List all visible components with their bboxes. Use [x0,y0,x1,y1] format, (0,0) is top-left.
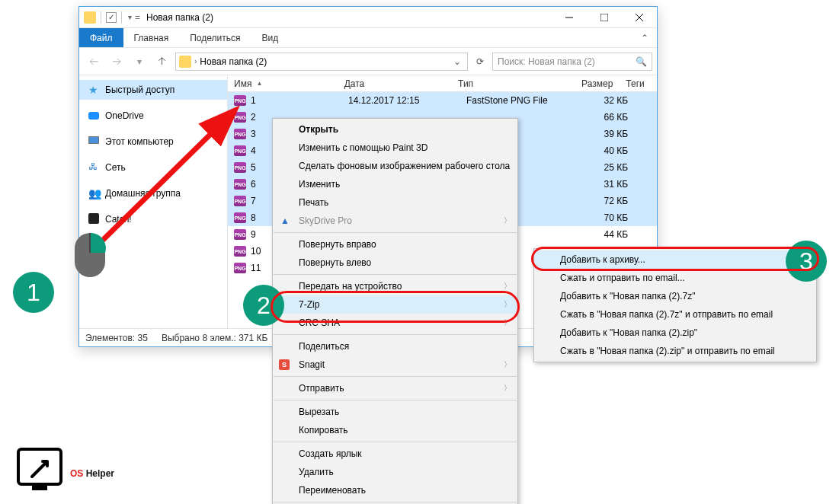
search-input[interactable]: Поиск: Новая папка (2) 🔍 [492,53,652,71]
recent-button[interactable]: ▾ [130,52,149,72]
ctx-print[interactable]: Печать [273,193,517,212]
file-name: 3 [251,129,256,139]
ctx-copy[interactable]: Копировать [273,421,517,439]
tab-main[interactable]: Главная [123,28,180,47]
file-size: 66 КБ [575,112,634,123]
refresh-button[interactable]: ⟳ [471,53,489,71]
ctx-share[interactable]: Поделиться [273,337,517,356]
ctx-paint3d[interactable]: Изменить с помощью Paint 3D [273,139,517,157]
search-icon: 🔍 [636,56,647,67]
sidebar-item-label: Этот компьютер [105,136,174,147]
ctx-edit[interactable]: Изменить [273,175,517,193]
sidebar-item-this-pc[interactable]: Этот компьютер [79,132,227,152]
sidebar-item-homegroup[interactable]: 👥Домашняя группа [79,183,227,203]
ctx-cut[interactable]: Вырезать [273,403,517,421]
annotation-badge-1: 1 [13,272,54,313]
sub-compress-7z-email[interactable]: Сжать в "Новая папка (2).7z" и отправить… [534,305,816,324]
ctx-7zip[interactable]: 7-Zip〉 [273,295,517,314]
ctx-crcsha[interactable]: CRC SHA〉 [273,314,517,332]
png-icon: PNG [234,229,246,240]
chevron-right-icon: › [194,57,197,65]
png-icon: PNG [234,196,246,206]
column-type[interactable]: Тип [452,78,562,89]
folder-icon [179,56,191,68]
qat-properties-icon[interactable]: ✓ [106,12,117,23]
up-button[interactable]: 🡡 [152,52,172,72]
maximize-button[interactable] [587,7,622,28]
sub-compress-email[interactable]: Сжать и отправить по email... [534,269,816,287]
column-size[interactable]: Размер [562,78,620,89]
file-date: 14.12.2017 12:15 [342,95,460,106]
chevron-right-icon: 〉 [504,299,511,310]
ctx-rotate-right[interactable]: Повернуть вправо [273,235,517,254]
qat-dropdown-icon[interactable]: ▾ [128,13,132,21]
forward-button[interactable]: 🡢 [107,52,126,72]
ribbon: Файл Главная Поделиться Вид ⌃ [79,28,657,48]
window-title: Новая папка (2) [146,12,213,23]
catch-icon [88,213,101,225]
file-type: FastStone PNG File [460,95,575,106]
sidebar-item-onedrive[interactable]: OneDrive [79,106,227,126]
ribbon-collapse-icon[interactable]: ⌃ [632,28,657,47]
column-headers: Имя▲ Дата Тип Размер Теги [228,75,657,92]
ctx-rename[interactable]: Переименовать [273,481,517,499]
address-bar[interactable]: › Новая папка (2) ⌄ [175,53,468,71]
chevron-right-icon: 〉 [504,215,511,226]
file-size: 32 КБ [575,95,634,106]
status-elements: Элементов: 35 [85,333,148,343]
chevron-right-icon: 〉 [504,359,511,370]
column-tags[interactable]: Теги [620,78,657,89]
sidebar-item-quick-access[interactable]: ★Быстрый доступ [79,80,227,100]
sort-up-icon: ▲ [256,80,262,87]
png-icon: PNG [234,129,246,139]
column-date[interactable]: Дата [338,78,452,89]
onedrive-icon [88,110,101,122]
ctx-cast-to[interactable]: Передать на устройство〉 [273,277,517,295]
png-icon: PNG [234,145,246,156]
ctx-shortcut[interactable]: Создать ярлык [273,445,517,463]
file-name: 7 [251,196,256,206]
minimize-button[interactable] [552,7,587,28]
sub-add-zip[interactable]: Добавить к "Новая папка (2).zip" [534,324,816,342]
logo-monitor-icon [17,448,62,486]
sidebar: ★Быстрый доступ OneDrive Этот компьютер … [79,75,228,328]
sub-add-to-archive[interactable]: Добавить к архиву... [534,250,816,269]
network-icon: 🖧 [88,161,101,174]
file-name: 6 [251,179,256,190]
close-button[interactable] [622,7,657,28]
sub-compress-zip-email[interactable]: Сжать в "Новая папка (2).zip" и отправит… [534,342,816,360]
file-name: 10 [251,246,261,257]
address-dropdown-icon[interactable]: ⌄ [450,56,464,67]
ctx-rotate-left[interactable]: Повернуть влево [273,254,517,272]
column-name[interactable]: Имя▲ [228,78,338,89]
ctx-wallpaper[interactable]: Сделать фоновым изображением рабочего ст… [273,157,517,175]
chevron-right-icon: 〉 [504,383,511,394]
file-name: 5 [251,162,256,173]
ctx-snagit[interactable]: SSnagit〉 [273,356,517,374]
sidebar-item-catch[interactable]: Catch! [79,209,227,229]
ctx-delete[interactable]: Удалить [273,463,517,481]
ctx-skydrive[interactable]: ▲SkyDrive Pro〉 [273,212,517,230]
file-size: 70 КБ [575,212,634,223]
back-button[interactable]: 🡠 [84,52,104,72]
sidebar-item-label: OneDrive [105,110,144,121]
ctx-send[interactable]: Отправить〉 [273,379,517,397]
star-icon: ★ [88,84,101,96]
tab-view[interactable]: Вид [251,28,289,47]
pc-icon [88,136,101,148]
png-icon: PNG [234,212,246,223]
sub-add-7z[interactable]: Добавить к "Новая папка (2).7z" [534,287,816,305]
tab-share[interactable]: Поделиться [179,28,251,47]
skydrive-icon: ▲ [279,215,291,227]
file-size: 44 КБ [575,229,634,240]
sidebar-item-network[interactable]: 🖧Сеть [79,158,227,177]
tab-file[interactable]: Файл [79,28,123,47]
file-size: 31 КБ [575,179,634,190]
nav-row: 🡠 🡢 ▾ 🡡 › Новая папка (2) ⌄ ⟳ Поиск: Нов… [79,48,657,75]
file-row[interactable]: PNG114.12.2017 12:15FastStone PNG File32… [228,92,657,109]
chevron-right-icon: 〉 [504,317,511,328]
ctx-open[interactable]: Открыть [273,120,517,139]
status-selected: Выбрано 8 элем.: 371 КБ [162,333,268,343]
qat-equals-icon: = [135,12,140,23]
search-placeholder: Поиск: Новая папка (2) [498,56,595,67]
